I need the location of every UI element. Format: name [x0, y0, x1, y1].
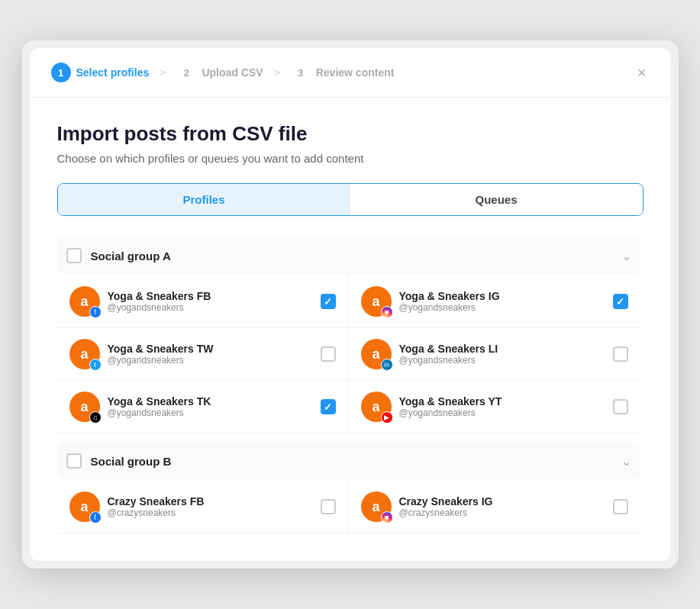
profile-left: a ■ Crazy Sneakers IG @crazysneakers — [361, 491, 493, 522]
modal-top-bar: 1 Select profiles > 2 Upload CSV > 3 Rev… — [30, 48, 671, 98]
profile-item: a ■ Crazy Sneakers IG @crazysneakers — [349, 481, 640, 533]
modal-body: Import posts from CSV file Choose on whi… — [30, 98, 671, 561]
groups-container: Social group A ⌄ a f Yoga & Snea — [57, 237, 644, 543]
profile-info: Crazy Sneakers FB @crazysneakers — [108, 495, 205, 518]
step-2-label: Upload CSV — [202, 66, 263, 79]
profile-left: a ▶ Yoga & Sneakers YT @yogandsneakers — [361, 392, 502, 422]
step-3: 3 Review content — [291, 63, 395, 82]
profile-handle: @yogandsneakers — [399, 302, 500, 313]
step-1: 1 Select profiles — [51, 63, 150, 82]
profile-item: a f Crazy Sneakers FB @crazysneakers — [57, 481, 349, 533]
profile-left: a f Crazy Sneakers FB @crazysneakers — [69, 491, 205, 522]
profile-handle: @yogandsneakers — [399, 408, 502, 418]
profile-handle: @yogandsneakers — [399, 355, 498, 366]
group-a-header-left: Social group A — [66, 248, 171, 263]
avatar-wrap: a in — [361, 339, 392, 369]
profile-name: Yoga & Sneakers TK — [108, 395, 211, 408]
tabs-row: Profiles Queues — [57, 183, 644, 216]
profile-info: Yoga & Sneakers YT @yogandsneakers — [399, 395, 502, 418]
profile-info: Yoga & Sneakers IG @yogandsneakers — [399, 290, 500, 313]
avatar-wrap: a ■ — [361, 286, 392, 317]
social-group-b: Social group B ⌄ a f Crazy Sneak — [57, 443, 640, 533]
tab-profiles[interactable]: Profiles — [58, 184, 350, 215]
social-group-a: Social group A ⌄ a f Yoga & Snea — [57, 237, 640, 433]
fb-badge-icon: f — [89, 511, 102, 524]
avatar-wrap: a f — [69, 286, 100, 317]
group-a-name: Social group A — [91, 250, 171, 263]
profile-checkbox[interactable] — [321, 294, 336, 309]
profile-checkbox[interactable] — [613, 346, 628, 362]
group-b-profiles: a f Crazy Sneakers FB @crazysneakers — [57, 481, 640, 533]
modal-subtitle: Choose on which profiles or queues you w… — [57, 152, 644, 165]
profile-name: Crazy Sneakers FB — [108, 495, 205, 508]
fb-badge-icon: f — [89, 306, 102, 318]
group-b-checkbox[interactable] — [66, 453, 82, 469]
profile-checkbox[interactable] — [321, 346, 336, 362]
profile-info: Yoga & Sneakers LI @yogandsneakers — [399, 343, 498, 366]
ig-badge-icon: ■ — [381, 306, 393, 318]
profile-left: a in Yoga & Sneakers LI @yogandsneakers — [361, 339, 498, 369]
modal-wrapper: 1 Select profiles > 2 Upload CSV > 3 Rev… — [22, 40, 679, 569]
profile-handle: @crazysneakers — [108, 508, 205, 518]
modal-title: Import posts from CSV file — [57, 122, 644, 146]
group-b-chevron-icon[interactable]: ⌄ — [621, 454, 631, 469]
avatar-wrap: a t — [69, 339, 100, 369]
profile-name: Yoga & Sneakers IG — [399, 290, 500, 302]
profile-name: Yoga & Sneakers FB — [108, 290, 211, 302]
stepper: 1 Select profiles > 2 Upload CSV > 3 Rev… — [51, 63, 395, 82]
profile-info: Yoga & Sneakers FB @yogandsneakers — [108, 290, 211, 313]
profile-info: Yoga & Sneakers TK @yogandsneakers — [108, 395, 211, 418]
profile-item: a ■ Yoga & Sneakers IG @yogandsneakers — [349, 276, 640, 328]
group-b-name: Social group B — [91, 455, 172, 468]
profile-left: a ■ Yoga & Sneakers IG @yogandsneakers — [361, 286, 500, 317]
avatar-wrap: a f — [69, 491, 100, 522]
profile-name: Crazy Sneakers IG — [399, 495, 493, 508]
avatar-wrap: a ▶ — [361, 392, 392, 422]
tiktok-badge-icon: ♫ — [89, 411, 102, 424]
group-b-header: Social group B ⌄ — [57, 443, 640, 479]
step-1-label: Select profiles — [76, 66, 150, 79]
avatar-wrap: a ■ — [361, 491, 392, 522]
step-arrow-1: > — [160, 66, 166, 79]
tw-badge-icon: t — [89, 359, 102, 371]
profile-name: Yoga & Sneakers YT — [399, 395, 502, 408]
profile-checkbox[interactable] — [613, 399, 628, 414]
li-badge-icon: in — [381, 359, 393, 371]
profile-handle: @yogandsneakers — [108, 355, 214, 366]
profile-handle: @crazysneakers — [399, 508, 493, 518]
profile-handle: @yogandsneakers — [108, 302, 211, 313]
group-a-header: Social group A ⌄ — [57, 237, 640, 274]
profile-info: Crazy Sneakers IG @crazysneakers — [399, 495, 493, 518]
profile-name: Yoga & Sneakers LI — [399, 343, 498, 355]
step-arrow-2: > — [274, 66, 280, 79]
profile-left: a f Yoga & Sneakers FB @yogandsneakers — [69, 286, 211, 317]
profile-name: Yoga & Sneakers TW — [108, 343, 214, 355]
profile-item: a ▶ Yoga & Sneakers YT @yogandsneakers — [349, 381, 640, 433]
profile-left: a ♫ Yoga & Sneakers TK @yogandsneakers — [69, 392, 211, 422]
tab-queues[interactable]: Queues — [350, 184, 643, 215]
close-button[interactable]: × — [634, 62, 650, 83]
profile-handle: @yogandsneakers — [108, 408, 211, 418]
group-a-chevron-icon[interactable]: ⌄ — [621, 249, 631, 263]
profile-item: a f Yoga & Sneakers FB @yogandsneakers — [57, 276, 349, 328]
step-3-number: 3 — [291, 63, 311, 82]
group-b-header-left: Social group B — [66, 453, 172, 469]
profile-checkbox[interactable] — [613, 499, 628, 514]
profile-item: a in Yoga & Sneakers LI @yogandsneakers — [349, 328, 640, 381]
ig-badge-icon: ■ — [381, 511, 393, 524]
avatar-wrap: a ♫ — [69, 392, 100, 422]
profile-left: a t Yoga & Sneakers TW @yogandsneakers — [69, 339, 214, 369]
step-3-label: Review content — [316, 66, 395, 79]
group-a-profiles: a f Yoga & Sneakers FB @yogandsneakers — [57, 276, 640, 433]
profile-info: Yoga & Sneakers TW @yogandsneakers — [108, 343, 214, 366]
step-2: 2 Upload CSV — [176, 63, 263, 82]
profile-checkbox[interactable] — [321, 499, 336, 514]
yt-badge-icon: ▶ — [381, 411, 393, 424]
profile-checkbox[interactable] — [613, 294, 628, 309]
step-2-number: 2 — [176, 63, 196, 82]
step-1-number: 1 — [51, 63, 71, 82]
profile-item: a t Yoga & Sneakers TW @yogandsneakers — [57, 328, 349, 381]
profile-item: a ♫ Yoga & Sneakers TK @yogandsneakers — [57, 381, 349, 433]
profile-checkbox[interactable] — [321, 399, 336, 414]
group-a-checkbox[interactable] — [66, 248, 82, 263]
